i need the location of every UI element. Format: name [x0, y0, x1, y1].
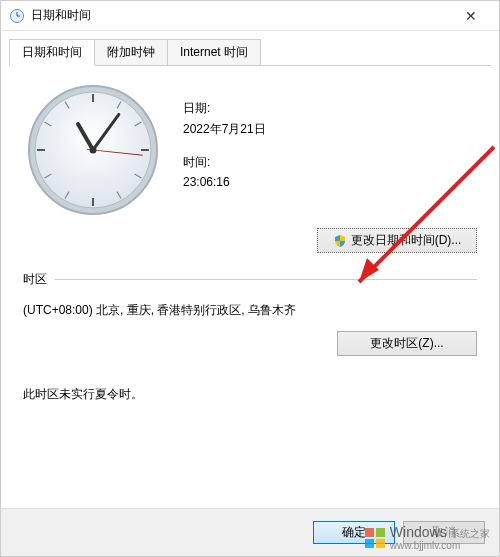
change-datetime-label: 更改日期和时间(D)... [351, 232, 462, 249]
timezone-value: (UTC+08:00) 北京, 重庆, 香港特别行政区, 乌鲁木齐 [23, 302, 477, 319]
datetime-row: 日期: 2022年7月21日 时间: 23:06:16 [23, 80, 477, 220]
datetime-info: 日期: 2022年7月21日 时间: 23:06:16 [183, 80, 477, 220]
tab-internet-time[interactable]: Internet 时间 [167, 39, 261, 66]
datetime-window: 日期和时间 ✕ 日期和时间 附加时钟 Internet 时间 [0, 0, 500, 557]
close-button[interactable]: ✕ [451, 2, 491, 30]
ok-button[interactable]: 确定 [313, 521, 395, 544]
timezone-section-header: 时区 [23, 271, 477, 288]
dst-info: 此时区未实行夏令时。 [23, 386, 477, 403]
time-value: 23:06:16 [183, 175, 477, 189]
svg-point-20 [90, 147, 97, 154]
timezone-label: 时区 [23, 271, 47, 288]
tab-additional-clocks[interactable]: 附加时钟 [94, 39, 168, 66]
change-datetime-button[interactable]: 更改日期和时间(D)... [317, 228, 477, 253]
change-timezone-button[interactable]: 更改时区(Z)... [337, 331, 477, 356]
change-timezone-label: 更改时区(Z)... [370, 335, 443, 352]
dialog-button-bar: 确定 取消 [1, 508, 499, 556]
tab-panel-datetime: 日期: 2022年7月21日 时间: 23:06:16 更改日期和时间(D)..… [9, 65, 491, 500]
window-title: 日期和时间 [31, 7, 451, 24]
time-label: 时间: [183, 154, 477, 171]
close-icon: ✕ [465, 8, 477, 24]
clock-icon [9, 8, 25, 24]
analog-clock [23, 80, 163, 220]
section-divider [55, 279, 477, 280]
titlebar: 日期和时间 ✕ [1, 1, 499, 31]
tab-datetime[interactable]: 日期和时间 [9, 39, 95, 66]
date-value: 2022年7月21日 [183, 121, 477, 138]
date-label: 日期: [183, 100, 477, 117]
shield-icon [333, 234, 347, 248]
cancel-button: 取消 [403, 521, 485, 544]
tab-bar: 日期和时间 附加时钟 Internet 时间 [1, 31, 499, 66]
